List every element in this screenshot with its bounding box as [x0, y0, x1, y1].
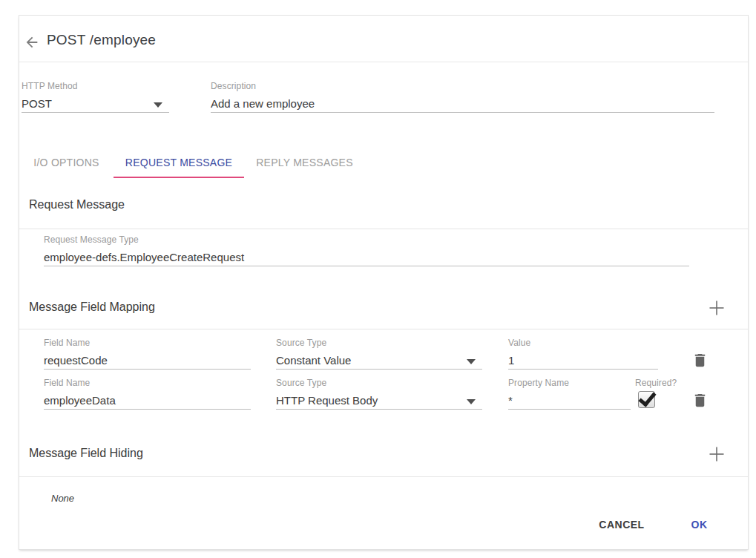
field-underline	[276, 369, 482, 370]
page: POST /employee HTTP Method POST Descript…	[0, 0, 756, 558]
source-type-select[interactable]: Source Type Constant Value	[276, 338, 482, 370]
http-method-underline	[22, 112, 169, 113]
header-divider	[19, 62, 748, 62]
plus-icon	[709, 446, 725, 462]
delete-mapping-row-button[interactable]	[691, 352, 709, 369]
add-field-hiding-button[interactable]	[707, 444, 726, 464]
description-label: Description	[211, 81, 714, 91]
tab-io-options-label: I/O OPTIONS	[33, 157, 99, 168]
back-button[interactable]	[22, 33, 42, 52]
trash-icon	[691, 352, 709, 369]
field-name-label: Field Name	[44, 378, 251, 388]
required-label: Required?	[635, 378, 677, 388]
http-method-value: POST	[22, 97, 169, 110]
cancel-button[interactable]: CANCEL	[585, 511, 659, 538]
delete-mapping-row-button[interactable]	[691, 392, 709, 409]
field-name-label: Field Name	[44, 338, 251, 348]
description-underline	[211, 112, 714, 113]
field-underline	[44, 369, 251, 370]
property-name-label: Property Name	[508, 378, 631, 388]
tab-request-message[interactable]: REQUEST MESSAGE	[114, 143, 244, 178]
http-method-select[interactable]: HTTP Method POST	[22, 81, 169, 113]
dropdown-arrow-icon[interactable]	[467, 359, 476, 364]
value-value: 1	[508, 354, 658, 367]
tab-bar: I/O OPTIONS REQUEST MESSAGE REPLY MESSAG…	[19, 143, 365, 178]
source-type-value: HTTP Request Body	[276, 394, 482, 407]
tab-io-options[interactable]: I/O OPTIONS	[19, 143, 114, 178]
add-field-mapping-button[interactable]	[707, 298, 726, 318]
request-message-type-label: Request Message Type	[44, 234, 689, 245]
source-type-label: Source Type	[276, 378, 482, 388]
section-divider	[19, 229, 748, 229]
property-name-value: *	[508, 394, 631, 407]
plus-icon	[709, 300, 725, 316]
arrow-back-icon	[24, 34, 40, 50]
dropdown-arrow-icon[interactable]	[154, 102, 162, 108]
source-type-label: Source Type	[276, 338, 482, 348]
field-underline	[508, 409, 631, 410]
request-message-type-value: employee-defs.EmployeeCreateRequest	[44, 251, 689, 263]
tab-reply-messages[interactable]: REPLY MESSAGES	[244, 143, 365, 178]
section-divider	[19, 476, 748, 477]
dropdown-arrow-icon[interactable]	[467, 399, 476, 404]
field-name-value: requestCode	[44, 354, 251, 367]
field-underline	[508, 369, 658, 370]
required-checkbox[interactable]	[638, 391, 655, 408]
page-title: POST /employee	[47, 32, 156, 48]
field-mapping-heading: Message Field Mapping	[29, 301, 155, 314]
endpoint-dialog: POST /employee HTTP Method POST Descript…	[19, 15, 749, 550]
source-type-value: Constant Value	[276, 354, 482, 367]
property-name-input[interactable]: Property Name *	[508, 378, 631, 410]
tab-reply-messages-label: REPLY MESSAGES	[256, 157, 353, 168]
section-divider	[19, 329, 748, 329]
request-message-heading: Request Message	[29, 198, 125, 211]
checkmark-icon	[638, 388, 656, 407]
field-underline	[276, 409, 482, 410]
active-tab-indicator	[114, 177, 244, 178]
field-underline	[44, 409, 251, 410]
field-hiding-empty-text: None	[51, 493, 74, 504]
trash-icon	[691, 392, 709, 409]
field-hiding-heading: Message Field Hiding	[29, 447, 143, 460]
request-message-type-field[interactable]: Request Message Type employee-defs.Emplo…	[44, 234, 689, 266]
description-field[interactable]: Description Add a new employee	[211, 81, 714, 113]
field-name-value: employeeData	[44, 394, 251, 407]
field-name-input[interactable]: Field Name employeeData	[44, 378, 251, 410]
request-message-type-underline	[44, 266, 689, 266]
http-method-label: HTTP Method	[22, 81, 169, 91]
tab-request-message-label: REQUEST MESSAGE	[125, 157, 232, 168]
value-input[interactable]: Value 1	[508, 338, 658, 370]
value-label: Value	[508, 338, 658, 348]
ok-button[interactable]: OK	[676, 511, 723, 538]
source-type-select[interactable]: Source Type HTTP Request Body	[276, 378, 482, 410]
field-name-input[interactable]: Field Name requestCode	[44, 338, 251, 370]
description-value: Add a new employee	[211, 97, 714, 110]
